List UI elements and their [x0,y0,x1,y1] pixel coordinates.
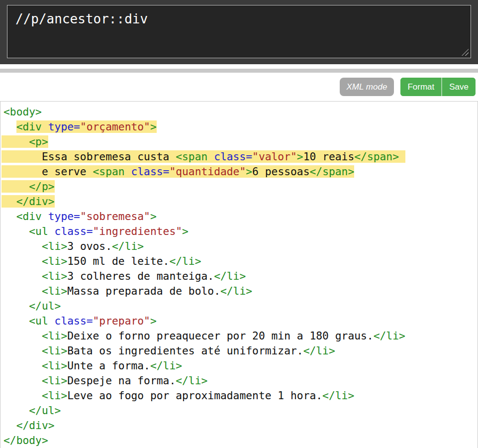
code-token-val: "orçamento" [80,120,150,133]
code-token-text [3,180,29,193]
code-token-val: "sobremesa" [80,210,150,223]
code-token-tag: </li> [303,344,335,357]
code-token-text [3,330,42,342]
code-line: <li>Despeje na forma.</li> [3,373,478,388]
code-token-text [3,195,16,208]
code-line: <li>150 ml de leite.</li> [3,254,478,269]
code-token-tag: <li> [42,389,67,402]
xpath-match-highlight: </p> [1,180,55,193]
code-token-text: Deixe o forno preaquecer por 20 min a 18… [67,330,373,342]
code-line: <li>3 colheres de manteiga.</li> [3,269,478,284]
code-token-tag: </span> [310,165,355,178]
code-token-tag: <div [16,210,48,223]
code-line: <ul class="preparo"> [3,314,478,329]
code-token-text [3,225,29,237]
code-token-val: "ingredientes" [93,225,183,237]
code-token-tag: </li> [214,270,246,282]
code-token-attr: class= [131,165,169,178]
xpath-query-box: //p/ancestor::div [7,5,471,58]
xpath-match-highlight: <div type="orçamento"> [16,120,157,133]
code-line: <div type="orçamento"> [3,119,478,134]
code-token-tag: > [150,315,157,327]
code-token-text [3,255,42,267]
code-token-text: 3 ovos. [67,240,112,252]
code-token-tag: <ul [29,315,54,327]
code-token-text: 3 colheres de manteiga. [67,270,214,282]
code-token-tag: <li> [42,359,67,372]
code-line: </p> [3,179,478,194]
code-token-tag: <li> [42,270,67,282]
code-token-tag: <ul [29,225,54,237]
code-token-tag: <span [176,150,214,163]
code-line: <body> [3,105,478,119]
code-token-text: e serve [3,165,93,178]
code-line: <ul class="ingredientes"> [3,224,478,239]
code-token-text: 6 pessoas [252,165,309,178]
code-token-attr: class= [55,315,93,327]
code-token-text: Leve ao fogo por aproximadamente 1 hora. [67,389,322,402]
code-token-text [3,240,42,252]
code-token-text [3,135,29,148]
code-token-tag: </li> [150,359,182,372]
code-line: <li>Leve ao fogo por aproximadamente 1 h… [3,388,478,403]
code-token-tag: </ul> [29,404,61,417]
format-button[interactable]: Format [400,78,441,96]
code-token-tag: <p> [29,135,48,148]
code-token-tag: </li> [374,330,405,342]
code-line: </ul> [3,299,478,314]
code-token-tag: </li> [176,374,207,387]
code-token-tag: </span> [354,150,399,163]
code-token-text: Unte a forma. [67,359,150,372]
code-token-tag: </ul> [29,300,61,312]
code-line: </ul> [3,403,478,418]
code-token-tag: </p> [29,180,54,193]
code-token-tag: </li> [112,240,144,252]
code-token-attr: type= [48,120,80,133]
code-line: <div type="sobremesa"> [3,209,478,224]
code-token-text [3,404,29,417]
code-token-text: 10 reais [303,150,355,163]
code-line: <li>Deixe o forno preaquecer por 20 min … [3,329,478,343]
code-token-text: Despeje na forma. [67,374,176,387]
code-token-tag: > [182,225,189,237]
code-line: </body> [3,433,478,448]
splitter-bar[interactable] [0,69,478,73]
save-button[interactable]: Save [441,78,476,96]
toolbar: XML mode Format Save [0,73,478,102]
code-token-tag: </div> [16,419,55,432]
code-line: <li>Massa preparada de bolo.</li> [3,284,478,299]
code-token-tag: > [150,210,157,223]
xml-mode-button[interactable]: XML mode [340,78,394,96]
code-token-text [3,359,42,372]
xpath-match-highlight: Essa sobremesa custa <span class="valor"… [1,150,405,163]
code-token-tag: </li> [220,285,252,297]
code-token-tag: > [150,120,157,133]
code-token-tag: > [297,150,303,163]
xpath-match-highlight: <p> [1,135,48,148]
code-token-text [3,270,42,282]
code-token-val: "valor" [252,150,297,163]
code-token-text [3,210,16,223]
code-line: e serve <span class="quantidade">6 pesso… [3,164,478,179]
code-token-text [3,300,29,312]
code-token-text [3,374,42,387]
code-token-tag: <li> [42,344,67,357]
code-line: <li>Unte a forma.</li> [3,358,478,373]
xpath-match-highlight: e serve <span class="quantidade">6 pesso… [1,165,354,178]
code-token-tag: <li> [42,285,67,297]
code-token-tag: </body> [3,434,48,447]
code-token-text [3,285,42,297]
code-token-text: Bata os ingredientes até uniformizar. [67,344,303,357]
code-token-text [3,389,42,402]
code-token-tag: <li> [42,374,67,387]
code-token-tag: <li> [42,330,67,342]
code-token-tag: </li> [169,255,201,267]
xml-source-view: <body> <div type="orçamento"> <p> Essa s… [0,102,478,448]
code-token-tag: <li> [42,255,67,267]
xpath-query-input[interactable]: //p/ancestor::div [7,5,471,58]
code-line: </div> [3,418,478,433]
code-token-tag: <li> [42,240,67,252]
code-token-attr: class= [55,225,93,237]
code-token-text [3,344,42,357]
panel-gap [0,64,478,69]
